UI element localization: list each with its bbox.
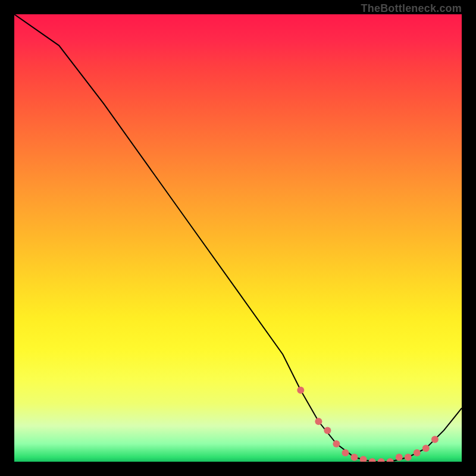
marker-point bbox=[324, 427, 331, 434]
bottleneck-curve bbox=[14, 14, 462, 462]
marker-point bbox=[422, 444, 430, 452]
marker-point bbox=[315, 418, 322, 425]
curve-layer bbox=[14, 14, 462, 462]
marker-point bbox=[396, 454, 403, 461]
marker-point bbox=[333, 440, 340, 447]
marker-layer bbox=[297, 387, 439, 462]
plot-area bbox=[14, 14, 462, 462]
chart-svg bbox=[14, 14, 462, 462]
marker-point bbox=[431, 436, 439, 443]
marker-point bbox=[342, 449, 349, 456]
marker-point bbox=[378, 458, 385, 462]
chart-frame: TheBottleneck.com bbox=[0, 0, 476, 476]
marker-point bbox=[360, 456, 367, 462]
marker-point bbox=[369, 458, 376, 462]
marker-point bbox=[351, 454, 358, 461]
marker-point bbox=[297, 387, 304, 394]
marker-point bbox=[387, 458, 394, 462]
marker-point bbox=[405, 454, 412, 461]
attribution-text: TheBottleneck.com bbox=[361, 2, 462, 15]
marker-point bbox=[414, 449, 421, 456]
